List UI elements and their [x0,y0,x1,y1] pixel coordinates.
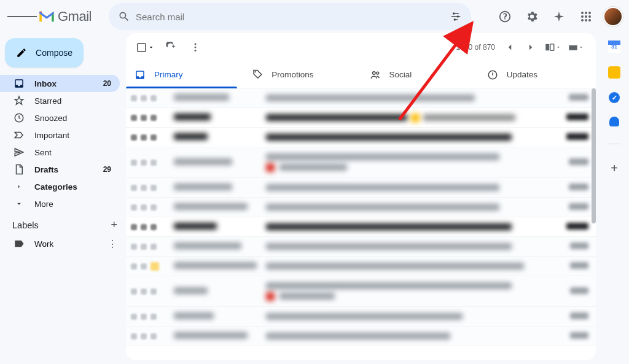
svg-point-16 [195,50,197,52]
mail-row[interactable] [126,88,596,108]
mail-row[interactable] [126,178,596,198]
gmail-logo[interactable]: Gmail [38,9,92,25]
sidepanel-divider [608,144,621,144]
search-bar[interactable] [109,3,471,30]
select-all-checkbox[interactable] [135,41,157,55]
mail-row[interactable] [126,147,596,178]
tab-updates[interactable]: Updates [479,61,596,88]
mail-row[interactable] [126,327,596,346]
snoozed-icon [14,112,25,123]
add-label-button[interactable]: + [111,219,117,231]
label-icon [14,238,25,249]
category-tabs: PrimaryPromotionsSocialUpdates [126,61,596,88]
svg-rect-19 [569,45,577,50]
main-menu-button[interactable] [7,2,37,31]
scrollbar-thumb[interactable] [592,88,596,223]
social-tab-icon [370,69,381,80]
more-icon [14,198,25,209]
tab-social[interactable]: Social [361,61,479,88]
apps-icon[interactable] [574,4,598,29]
mail-row[interactable] [126,237,596,257]
promotions-tab-icon [252,69,263,80]
categories-icon [14,181,25,192]
svg-point-6 [588,12,591,14]
sidebar-item-snoozed[interactable]: Snoozed [0,109,120,126]
split-pane-button[interactable] [542,35,564,60]
svg-point-1 [453,12,455,14]
mail-row[interactable] [126,198,596,217]
next-page-button[interactable] [521,35,541,60]
calendar-icon[interactable] [608,41,620,53]
mail-row[interactable] [126,108,596,128]
sidebar-item-important[interactable]: Important [0,126,120,144]
sidebar: Compose Inbox20StarredSnoozedImportantSe… [0,33,126,364]
svg-point-14 [195,43,197,45]
primary-tab-icon [135,69,146,80]
svg-point-10 [581,19,584,21]
help-icon[interactable] [493,4,517,29]
account-avatar[interactable] [603,7,623,26]
mail-row[interactable] [126,276,596,307]
search-icon[interactable] [112,5,136,28]
svg-point-5 [585,12,587,14]
sidebar-item-categories[interactable]: Categories [0,178,120,195]
content-pane: 1–50 of 870 PrimaryPromotionsSocialUpdat… [126,33,596,360]
label-item-work[interactable]: Work⋮ [0,235,126,252]
pagination-label: 1–50 of 870 [456,43,495,52]
svg-point-4 [581,12,584,14]
app-header: Gmail [0,0,629,33]
svg-point-11 [585,19,587,21]
search-options-icon[interactable] [444,5,467,28]
sidebar-item-inbox[interactable]: Inbox20 [0,75,120,92]
sidebar-item-drafts[interactable]: Drafts29 [0,161,120,178]
svg-point-9 [588,15,591,18]
mail-row[interactable] [126,217,596,237]
svg-point-15 [195,47,197,48]
drafts-icon [14,164,25,175]
side-panel: + [600,33,629,364]
settings-icon[interactable] [520,4,544,29]
contacts-icon[interactable] [609,117,619,126]
mail-row[interactable] [126,257,596,276]
mail-row[interactable] [126,307,596,327]
prev-page-button[interactable] [500,35,520,60]
chevron-down-icon [147,44,155,51]
sidebar-item-more[interactable]: More [0,195,120,212]
sent-icon [14,147,25,158]
tasks-icon[interactable] [609,92,620,103]
svg-point-12 [588,19,591,21]
more-actions-button[interactable] [184,35,206,60]
gemini-icon[interactable] [547,4,571,29]
important-icon [14,130,25,141]
svg-point-2 [457,15,459,17]
tab-promotions[interactable]: Promotions [243,61,361,88]
app-name: Gmail [58,9,92,25]
search-input[interactable] [136,12,444,22]
svg-point-21 [372,71,375,74]
compose-button[interactable]: Compose [5,38,84,68]
mail-list [126,88,596,360]
inbox-icon [14,78,25,89]
sidebar-item-sent[interactable]: Sent [0,144,120,161]
svg-point-8 [585,15,587,18]
updates-tab-icon [487,69,498,80]
labels-header: Labels + [0,212,126,235]
keep-icon[interactable] [608,66,620,79]
svg-point-22 [376,72,378,74]
svg-rect-17 [545,44,549,51]
refresh-button[interactable] [160,35,182,60]
tab-primary[interactable]: Primary [126,61,243,88]
mail-row[interactable] [126,128,596,147]
svg-rect-18 [550,44,554,51]
get-addons-button[interactable]: + [611,161,618,176]
sidebar-item-starred[interactable]: Starred [0,92,120,109]
svg-point-7 [581,15,584,18]
label-more-icon[interactable]: ⋮ [107,238,117,250]
input-tools-button[interactable] [565,35,587,60]
svg-point-20 [255,71,256,72]
mail-toolbar: 1–50 of 870 [126,33,596,61]
svg-point-3 [454,18,456,20]
starred-icon [14,95,25,106]
